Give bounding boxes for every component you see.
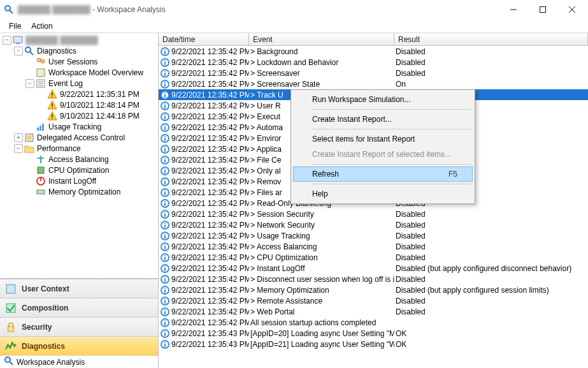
svg-point-144 bbox=[164, 320, 166, 321]
menu-item-help[interactable]: Help bbox=[293, 186, 473, 202]
menu-file[interactable]: File bbox=[4, 20, 26, 32]
table-row[interactable]: 9/22/2021 12:35:43 PM[AppID=21] Loading … bbox=[159, 339, 588, 350]
col-result[interactable]: Result bbox=[394, 33, 588, 45]
svg-rect-65 bbox=[164, 105, 166, 108]
table-row[interactable]: 9/22/2021 12:35:42 PM> Remote Assistance… bbox=[159, 295, 588, 306]
tree-node[interactable]: Workspace Model Overview bbox=[0, 67, 158, 78]
table-row[interactable]: 9/22/2021 12:35:42 PM> CPU OptimizationD… bbox=[159, 252, 588, 263]
svg-line-41 bbox=[10, 362, 13, 365]
tree-node[interactable]: Access Balancing bbox=[0, 154, 158, 165]
collapse-icon[interactable]: − bbox=[14, 47, 23, 55]
tree-node[interactable]: User Sessions bbox=[0, 56, 158, 67]
menu-item-refresh[interactable]: RefreshF5 bbox=[293, 166, 473, 182]
collapse-icon[interactable]: − bbox=[14, 144, 23, 153]
expand-icon[interactable]: + bbox=[14, 133, 23, 142]
col-event[interactable]: Event bbox=[249, 33, 394, 45]
tree-node[interactable]: Usage Tracking bbox=[0, 121, 158, 132]
menu-item-run-workspace-simulation[interactable]: Run Workspace Simulation... bbox=[293, 92, 473, 107]
cell-result: Disabled bbox=[394, 275, 588, 284]
cell-datetime: 9/22/2021 12:35:43 PM bbox=[171, 329, 249, 338]
tree-view[interactable]: −██████ ███████−DiagnosticsUser Sessions… bbox=[0, 33, 158, 278]
svg-point-40 bbox=[5, 357, 10, 362]
table-row[interactable]: 9/22/2021 12:35:42 PM> Lockdown and Beha… bbox=[159, 57, 588, 68]
tree-node[interactable]: Instant LogOff bbox=[0, 175, 158, 186]
svg-rect-7 bbox=[16, 43, 20, 44]
diag-icon bbox=[24, 46, 34, 56]
table-row[interactable]: 9/22/2021 12:35:42 PM> Usage TrackingDis… bbox=[159, 230, 588, 241]
context-menu[interactable]: Run Workspace Simulation...Create Instan… bbox=[290, 89, 475, 204]
collapse-icon[interactable]: − bbox=[3, 36, 11, 45]
cell-datetime: 9/22/2021 12:35:42 PM bbox=[171, 123, 249, 132]
nav-label: Security bbox=[22, 323, 52, 332]
info-icon bbox=[160, 166, 170, 176]
svg-rect-53 bbox=[164, 73, 166, 76]
menu-item-select-items-for-instant-report[interactable]: Select items for Instant Report bbox=[293, 131, 473, 147]
menu-action[interactable]: Action bbox=[26, 20, 57, 32]
menu-label: Select items for Instant Report bbox=[312, 135, 415, 144]
table-row[interactable]: 9/22/2021 12:35:42 PM> Web PortalDisable… bbox=[159, 306, 588, 317]
status-footer: Workspace Analysis bbox=[0, 355, 158, 368]
table-row[interactable]: 9/22/2021 12:35:42 PM> Disconnect user s… bbox=[159, 274, 588, 284]
info-icon bbox=[160, 339, 170, 350]
table-row[interactable]: 9/22/2021 12:35:42 PM> Access BalancingD… bbox=[159, 241, 588, 252]
nav-user-context[interactable]: User Context bbox=[0, 279, 158, 298]
cell-result: Disabled bbox=[394, 232, 588, 240]
table-row[interactable]: 9/22/2021 12:35:42 PM> Instant LogOffDis… bbox=[159, 263, 588, 274]
svg-point-30 bbox=[27, 136, 31, 140]
tree-label: Workspace Model Overview bbox=[48, 68, 143, 77]
tree-label: CPU Optimization bbox=[48, 166, 109, 175]
tree-node[interactable]: +Delegated Access Control bbox=[0, 132, 158, 143]
app-icon bbox=[4, 4, 14, 15]
nav-diagnostics[interactable]: Diagnostics bbox=[0, 336, 158, 355]
table-row[interactable]: 9/22/2021 12:35:42 PM> BackgroundDisable… bbox=[159, 46, 588, 57]
maximize-button[interactable] bbox=[528, 0, 557, 19]
menu-item-create-instant-report[interactable]: Create Instant Report... bbox=[293, 112, 473, 127]
close-button[interactable] bbox=[557, 0, 587, 19]
svg-point-64 bbox=[164, 103, 166, 105]
table-row[interactable]: 9/22/2021 12:35:43 PM[AppID=20] Loading … bbox=[159, 328, 588, 339]
svg-point-8 bbox=[25, 47, 31, 52]
info-icon bbox=[160, 318, 170, 328]
cell-result: Disabled bbox=[394, 210, 588, 219]
minimize-button[interactable] bbox=[499, 0, 528, 19]
info-icon bbox=[160, 242, 170, 252]
info-icon bbox=[160, 231, 170, 241]
tree-node[interactable]: 9/10/2021 12:44:18 PM bbox=[0, 110, 158, 121]
nav-composition[interactable]: Composition bbox=[0, 298, 158, 317]
tree-node[interactable]: −██████ ███████ bbox=[0, 34, 158, 45]
tree-node[interactable]: CPU Optimization bbox=[0, 165, 158, 175]
tree-node[interactable]: −Diagnostics bbox=[0, 45, 158, 56]
tree-label: User Sessions bbox=[48, 57, 97, 66]
cell-datetime: 9/22/2021 12:35:42 PM bbox=[171, 80, 249, 89]
table-row[interactable]: 9/22/2021 12:35:42 PM> Network SecurityD… bbox=[159, 219, 588, 230]
cell-event: > Instant LogOff bbox=[249, 264, 394, 273]
svg-rect-129 bbox=[164, 279, 166, 282]
nav-security[interactable]: Security bbox=[0, 317, 158, 336]
collapse-icon[interactable]: − bbox=[25, 79, 34, 88]
tree-node[interactable]: 9/10/2021 12:48:14 PM bbox=[0, 99, 158, 110]
tree-node[interactable]: −Performance bbox=[0, 143, 158, 154]
cell-result: OK bbox=[394, 340, 588, 349]
table-row[interactable]: 9/22/2021 12:35:42 PM> Memory Optimizati… bbox=[159, 284, 588, 295]
table-row[interactable]: 9/22/2021 12:35:42 PMAll session startup… bbox=[159, 317, 588, 328]
svg-rect-69 bbox=[164, 116, 166, 119]
table-row[interactable]: 9/22/2021 12:35:42 PM> ScreensaverDisabl… bbox=[159, 68, 588, 78]
tree-node[interactable]: −Event Log bbox=[0, 78, 158, 89]
cell-result: Disabled bbox=[394, 58, 588, 67]
table-row[interactable]: 9/22/2021 12:35:42 PM> Session SecurityD… bbox=[159, 209, 588, 219]
eventlog-icon bbox=[36, 78, 46, 89]
svg-rect-97 bbox=[164, 192, 166, 195]
svg-rect-153 bbox=[164, 344, 166, 347]
info-icon bbox=[160, 133, 170, 144]
col-datetime[interactable]: Date/time bbox=[159, 33, 249, 45]
tree-node[interactable]: Memory Optimization bbox=[0, 186, 158, 197]
cell-datetime: 9/22/2021 12:35:42 PM bbox=[171, 91, 249, 99]
info-icon bbox=[160, 47, 170, 57]
cell-datetime: 9/22/2021 12:35:42 PM bbox=[171, 188, 249, 197]
menu-label: Create Instant Report of selected items.… bbox=[312, 150, 451, 159]
table-row[interactable]: 9/22/2021 12:35:42 PM> Screensaver State… bbox=[159, 78, 588, 89]
tree-node[interactable]: 9/22/2021 12:35:31 PM bbox=[0, 89, 158, 99]
info-icon bbox=[160, 101, 170, 111]
svg-point-124 bbox=[164, 266, 166, 267]
svg-rect-109 bbox=[164, 224, 166, 228]
